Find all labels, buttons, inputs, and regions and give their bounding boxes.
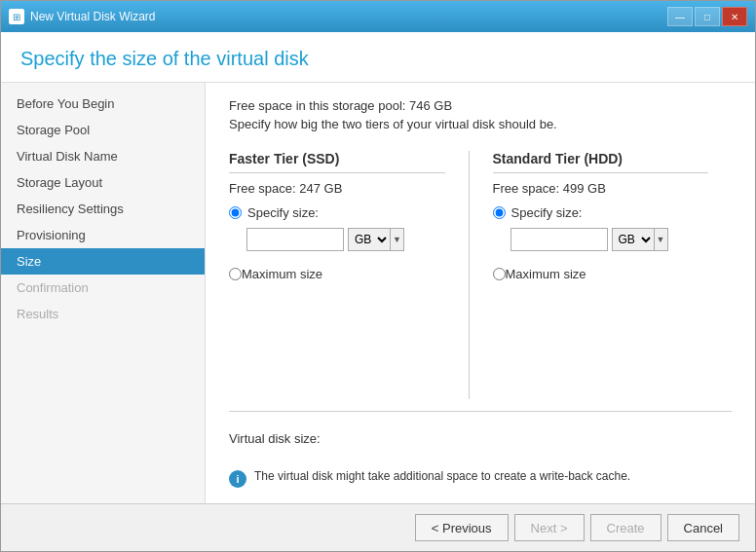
sidebar-item-size[interactable]: Size xyxy=(1,248,205,275)
cancel-button[interactable]: Cancel xyxy=(667,514,739,541)
faster-tier-specify-row: Specify size: xyxy=(229,205,445,220)
next-button[interactable]: Next > xyxy=(514,514,585,541)
full-content: Specify the size of the virtual disk Bef… xyxy=(1,32,755,503)
faster-tier-unit-select[interactable]: GB TB MB xyxy=(349,229,390,250)
virtual-disk-size-section: Virtual disk size: xyxy=(229,431,732,454)
description-line: Specify how big the two tiers of your vi… xyxy=(229,117,732,131)
standard-tier: Standard Tier (HDD) Free space: 499 GB S… xyxy=(470,151,733,399)
section-divider xyxy=(229,411,732,412)
previous-button[interactable]: < Previous xyxy=(415,514,509,541)
window: ⊞ New Virtual Disk Wizard — □ ✕ Specify … xyxy=(0,0,756,552)
sidebar-item-resiliency-settings[interactable]: Resiliency Settings xyxy=(1,196,205,222)
standard-tier-specify-label: Specify size: xyxy=(511,205,583,220)
faster-tier-title: Faster Tier (SSD) xyxy=(229,151,445,173)
sidebar-item-results: Results xyxy=(1,301,205,327)
sidebar-item-before-you-begin[interactable]: Before You Begin xyxy=(1,91,205,117)
sidebar-item-virtual-disk-name[interactable]: Virtual Disk Name xyxy=(1,143,205,169)
standard-tier-freespace: Free space: 499 GB xyxy=(493,181,709,196)
standard-tier-specify-radio[interactable] xyxy=(493,206,506,219)
sidebar-item-storage-pool[interactable]: Storage Pool xyxy=(1,117,205,143)
faster-tier-max-row: Maximum size xyxy=(229,267,445,281)
faster-tier-max-label: Maximum size xyxy=(242,267,322,281)
tiers-container: Faster Tier (SSD) Free space: 247 GB Spe… xyxy=(229,151,732,399)
standard-tier-unit-arrow[interactable]: ▼ xyxy=(654,229,667,250)
info-icon: i xyxy=(229,470,246,488)
page-title: Specify the size of the virtual disk xyxy=(20,48,736,70)
create-button[interactable]: Create xyxy=(590,514,662,541)
header-section: Specify the size of the virtual disk xyxy=(1,32,755,83)
app-icon: ⊞ xyxy=(9,9,24,24)
main-content: Free space in this storage pool: 746 GB … xyxy=(206,83,755,503)
faster-tier: Faster Tier (SSD) Free space: 247 GB Spe… xyxy=(229,151,469,399)
faster-tier-size-input[interactable] xyxy=(246,228,344,251)
window-title: New Virtual Disk Wizard xyxy=(30,10,155,23)
title-bar-controls: — □ ✕ xyxy=(667,7,747,26)
faster-tier-size-input-row: GB TB MB ▼ xyxy=(246,228,445,251)
faster-tier-unit-container: GB TB MB ▼ xyxy=(348,228,404,251)
info-notice: i The virtual disk might take additional… xyxy=(229,454,732,488)
maximize-button[interactable]: □ xyxy=(695,7,720,26)
vds-label: Virtual disk size: xyxy=(229,431,732,446)
sidebar-item-provisioning[interactable]: Provisioning xyxy=(1,222,205,248)
faster-tier-specify-label: Specify size: xyxy=(247,205,319,220)
sidebar-item-confirmation: Confirmation xyxy=(1,275,205,301)
main-layout: Before You Begin Storage Pool Virtual Di… xyxy=(1,83,755,503)
footer: < Previous Next > Create Cancel xyxy=(1,503,755,551)
faster-tier-unit-arrow[interactable]: ▼ xyxy=(390,229,403,250)
close-button[interactable]: ✕ xyxy=(722,7,747,26)
standard-tier-specify-row: Specify size: xyxy=(493,205,709,220)
standard-tier-max-label: Maximum size xyxy=(506,267,586,281)
standard-tier-max-radio[interactable] xyxy=(493,268,506,280)
title-bar: ⊞ New Virtual Disk Wizard — □ ✕ xyxy=(1,1,755,32)
standard-tier-size-input[interactable] xyxy=(510,228,608,251)
sidebar-item-storage-layout[interactable]: Storage Layout xyxy=(1,169,205,196)
minimize-button[interactable]: — xyxy=(667,7,693,26)
faster-tier-specify-radio[interactable] xyxy=(229,206,242,219)
sidebar: Before You Begin Storage Pool Virtual Di… xyxy=(1,83,206,503)
standard-tier-title: Standard Tier (HDD) xyxy=(493,151,709,173)
free-space-line: Free space in this storage pool: 746 GB xyxy=(229,98,732,113)
faster-tier-max-radio[interactable] xyxy=(229,268,242,280)
standard-tier-unit-container: GB TB MB ▼ xyxy=(612,228,668,251)
standard-tier-unit-select[interactable]: GB TB MB xyxy=(613,229,654,250)
standard-tier-size-input-row: GB TB MB ▼ xyxy=(510,228,709,251)
info-notice-text: The virtual disk might take additional s… xyxy=(254,469,630,483)
faster-tier-freespace: Free space: 247 GB xyxy=(229,181,445,196)
standard-tier-max-row: Maximum size xyxy=(493,267,709,281)
